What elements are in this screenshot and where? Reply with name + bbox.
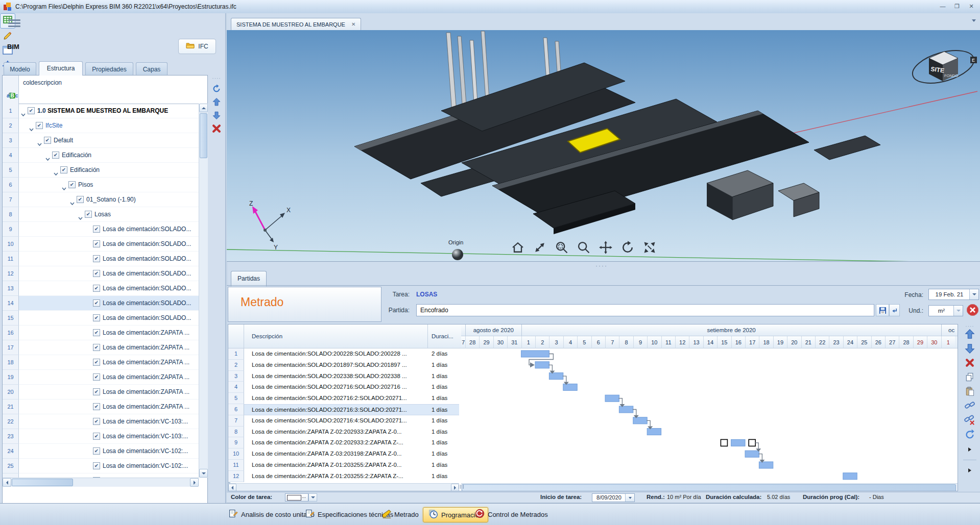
tree-checkbox[interactable]: ✔	[52, 152, 59, 159]
gantt-row-duration[interactable]: 1 días	[428, 415, 459, 427]
delete-x-icon[interactable]	[965, 358, 975, 370]
tree-checkbox[interactable]: ✔	[93, 373, 100, 381]
tree-row[interactable]: 7✔01_Sotano (-1.90)	[3, 192, 199, 207]
expander-chevron-icon[interactable]	[78, 213, 83, 222]
clear-partida-button[interactable]	[966, 304, 979, 316]
drag-handle-dots[interactable]: ····	[209, 77, 224, 80]
zoom-window-icon[interactable]	[555, 240, 570, 256]
gantt-table-hscrollbar[interactable]	[228, 483, 459, 491]
tree-row[interactable]: 6✔Pisos	[3, 178, 199, 192]
gantt-bar[interactable]	[563, 384, 577, 390]
paste-icon[interactable]	[965, 386, 975, 398]
ifc-open-button[interactable]: IFC	[178, 39, 216, 54]
gantt-bar[interactable]	[843, 473, 857, 480]
tree-row[interactable]: 25✔Losa de cimentación:VC-102:...	[3, 459, 199, 473]
gantt-row-duration[interactable]: 1 días	[428, 371, 459, 382]
tree-checkbox[interactable]: ✔	[93, 285, 100, 292]
expander-chevron-icon[interactable]	[70, 198, 75, 207]
tree-checkbox[interactable]: ✔	[93, 403, 100, 410]
scroll-right-button[interactable]	[190, 478, 199, 487]
arrow-up-icon[interactable]	[212, 97, 221, 109]
tree-row-content[interactable]: ✔Losas	[19, 207, 199, 222]
tab-modelo[interactable]: Modelo	[4, 62, 36, 76]
tree-row-content[interactable]: ✔Losa de cimentación:SOLADO...	[19, 266, 199, 281]
pencil-edit-button[interactable]	[0, 29, 15, 44]
tree-row-content[interactable]: ✔Edificación	[19, 163, 199, 178]
move-icon[interactable]	[599, 240, 614, 256]
tree-row[interactable]: 5✔Edificación	[3, 163, 199, 178]
tree-row[interactable]: 9✔Losa de cimentación:SOLADO...	[3, 222, 199, 237]
tree-row[interactable]: 3✔Default	[3, 133, 199, 148]
tree-checkbox[interactable]: ✔	[93, 433, 100, 440]
tree-row-content[interactable]: ✔Default	[19, 133, 199, 148]
gantt-row-description[interactable]: Losa de cimentación:SOLADO:202716:3:SOLA…	[244, 404, 428, 415]
pan-arrow-icon[interactable]	[533, 240, 548, 256]
gantt-bar[interactable]	[759, 462, 773, 468]
tree-row[interactable]: 26✔Losa de cimentación:VC-102:...	[3, 473, 199, 478]
tree-vertical-scrollbar[interactable]	[199, 104, 208, 478]
expander-chevron-icon[interactable]	[29, 124, 34, 133]
tree-row[interactable]: 23✔Losa de cimentación:VC-103:...	[3, 429, 199, 444]
gantt-row-description[interactable]: Losa de cimentación:ZAPATA Z-03:203198:Z…	[244, 448, 428, 460]
tree-row-content[interactable]: ✔Losa de cimentación:VC-102:...	[19, 459, 199, 473]
expand-right-icon[interactable]	[967, 445, 972, 454]
statusbar-button-control-de-metrados[interactable]: Control de Metrados	[475, 507, 548, 521]
partida-input[interactable]: Encofrado	[416, 304, 874, 316]
tree-row-content[interactable]: ✔Losa de cimentación:VC-103:...	[19, 429, 199, 444]
column-header-descripcion[interactable]: Descripción	[244, 324, 428, 348]
tree-checkbox[interactable]: ✔	[44, 137, 51, 144]
gantt-bar[interactable]	[605, 395, 619, 402]
tree-checkbox[interactable]: ✔	[93, 314, 100, 321]
orbit-icon[interactable]	[620, 240, 636, 256]
scroll-thumb[interactable]	[462, 484, 956, 491]
delete-x-icon[interactable]	[211, 123, 222, 136]
gantt-bar[interactable]	[549, 373, 563, 380]
tab-propiedades[interactable]: Propiedades	[85, 62, 133, 76]
fecha-combobox[interactable]: 19 Feb. 21	[928, 289, 979, 300]
scroll-thumb[interactable]	[200, 113, 207, 158]
inicio-tarea-combobox[interactable]: 8/09/2020	[592, 493, 635, 502]
gantt-row-description[interactable]: Losa de cimentación:ZAPATA Z-02:202933:2…	[244, 437, 428, 448]
tree-column-header[interactable]: coldescripcion	[23, 76, 62, 90]
expander-chevron-icon[interactable]	[62, 183, 66, 192]
gantt-row-description[interactable]: Losa de cimentación:SOLADO:202716:SOLADO…	[244, 382, 428, 393]
tree-row[interactable]: 10✔Losa de cimentación:SOLADO...	[3, 237, 199, 252]
scroll-left-button[interactable]	[3, 478, 11, 487]
gantt-row-description[interactable]: Losa de cimentación:SOLADO:202716:2:SOLA…	[244, 393, 428, 404]
gantt-bar[interactable]	[633, 417, 647, 424]
partidas-tab[interactable]: Partidas	[231, 271, 267, 286]
tree-checkbox[interactable]: ✔	[93, 226, 100, 233]
tree-row-content[interactable]: ✔1.0 SISTEMA DE MUESTREO AL EMBARQUE	[19, 104, 199, 118]
gantt-row-duration[interactable]: 1 días	[428, 448, 459, 460]
expander-chevron-icon[interactable]	[21, 109, 26, 118]
scroll-right-button[interactable]	[451, 484, 459, 491]
gantt-milestone-square[interactable]	[749, 439, 755, 446]
tree-row-content[interactable]: ✔Losa de cimentación:ZAPATA ...	[19, 326, 199, 340]
statusbar-button-metrado[interactable]: Metrado	[381, 507, 419, 521]
tree-row[interactable]: 12✔Losa de cimentación:SOLADO...	[3, 266, 199, 281]
maximize-button[interactable]: ❐	[950, 2, 964, 11]
tree-checkbox[interactable]: ✔	[93, 344, 100, 351]
tree-row-content[interactable]: ✔Losa de cimentación:SOLADO...	[19, 252, 199, 266]
gantt-milestone-square[interactable]	[721, 439, 727, 446]
tree-row-content[interactable]: ✔Losa de cimentación:ZAPATA ...	[19, 340, 199, 355]
tree-row[interactable]: 18✔Losa de cimentación:ZAPATA ...	[3, 355, 199, 370]
gantt-row-duration[interactable]: 1 días	[428, 437, 459, 448]
tab-close-icon[interactable]: ✕	[351, 19, 355, 30]
minimize-button[interactable]: —	[936, 2, 949, 11]
tree-row-content[interactable]: ✔Losa de cimentación:ZAPATA ...	[19, 370, 199, 385]
expander-chevron-icon[interactable]	[45, 154, 50, 163]
arrow-down-icon[interactable]	[212, 111, 221, 122]
scroll-thumb[interactable]	[12, 479, 73, 486]
move-down-icon[interactable]	[964, 343, 975, 356]
gantt-row-duration[interactable]: 1 días	[428, 360, 459, 371]
tree-row[interactable]: 13✔Losa de cimentación:SOLADO...	[3, 281, 199, 296]
gantt-bar[interactable]	[745, 451, 759, 457]
tree-row[interactable]: 24✔Losa de cimentación:VC-102:...	[3, 444, 199, 459]
tree-checkbox[interactable]: ✔	[93, 447, 100, 455]
tree-checkbox[interactable]: ✔	[93, 255, 100, 262]
hamburger-icon[interactable]	[8, 19, 20, 28]
copy-icon[interactable]	[965, 372, 975, 384]
tree-row-content[interactable]: ✔Losa de cimentación:SOLADO...	[19, 296, 199, 311]
tree-horizontal-scrollbar[interactable]	[3, 478, 199, 487]
